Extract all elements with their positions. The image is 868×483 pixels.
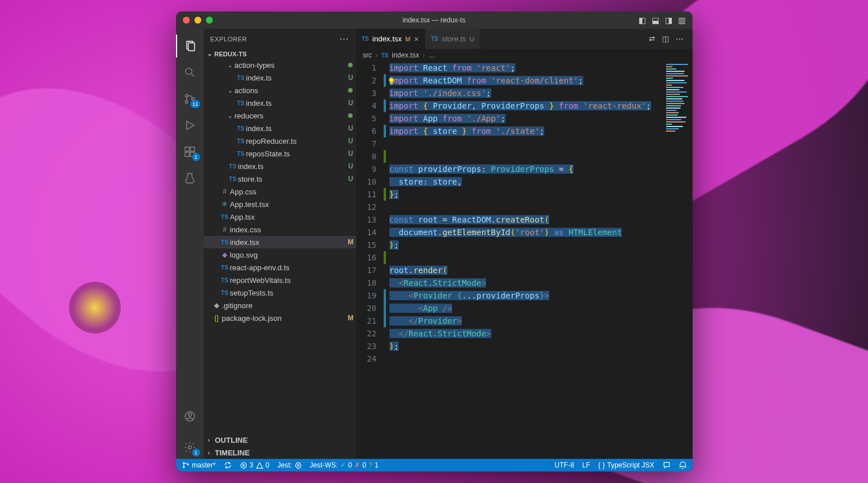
- window-title: index.tsx — redux-ts: [403, 16, 465, 24]
- code-line[interactable]: };: [389, 188, 693, 201]
- file-tree-item[interactable]: ⚛App.test.tsx: [204, 198, 356, 210]
- code-line[interactable]: import App from './App';: [389, 112, 693, 125]
- code-line[interactable]: );: [389, 239, 693, 251]
- notifications-icon[interactable]: [679, 461, 687, 469]
- layout-icon[interactable]: ▥: [678, 16, 686, 25]
- file-tree-item[interactable]: #index.css: [204, 223, 356, 236]
- more-icon[interactable]: ⋯: [676, 34, 683, 43]
- git-status-badge: U: [346, 162, 356, 170]
- file-tree-item[interactable]: TSrepoReducer.tsU: [204, 135, 356, 147]
- file-tree-item[interactable]: ⌄action-types: [204, 59, 356, 71]
- ts-file-icon: TS: [236, 151, 246, 157]
- file-tree-item[interactable]: #App.css: [204, 185, 356, 198]
- file-tree[interactable]: ⌄action-typesTSindex.tsU⌄actionsTSindex.…: [204, 59, 356, 324]
- file-tree-item[interactable]: TSreportWebVitals.ts: [204, 274, 356, 286]
- svg-rect-1: [188, 43, 194, 51]
- compare-icon[interactable]: ⇄: [649, 34, 655, 43]
- folder-header[interactable]: ⌄ REDUX-TS: [204, 49, 356, 59]
- sync-status[interactable]: [224, 461, 232, 469]
- panel-left-icon[interactable]: ◧: [638, 16, 646, 25]
- tab-label: index.tsx: [372, 34, 402, 43]
- code-line[interactable]: [389, 201, 693, 213]
- eol-status[interactable]: LF: [582, 461, 590, 469]
- ts-file-icon: TS: [220, 239, 230, 246]
- search-activity[interactable]: [176, 61, 204, 84]
- file-tree-item[interactable]: TSsetupTests.ts: [204, 286, 356, 299]
- code-content[interactable]: 💡 import React from 'react';import React…: [386, 62, 693, 459]
- code-line[interactable]: <App />: [389, 302, 693, 315]
- git-branch-status[interactable]: master*: [182, 461, 216, 469]
- editor-tab[interactable]: TSstore.tsU: [425, 29, 480, 49]
- close-tab-icon[interactable]: ×: [414, 34, 419, 44]
- file-tree-item[interactable]: TSApp.tsx: [204, 210, 356, 223]
- code-line[interactable]: [389, 251, 693, 264]
- svg-marker-7: [186, 121, 194, 130]
- file-tree-item[interactable]: TSindex.tsU: [204, 160, 356, 172]
- breadcrumbs[interactable]: src › TS index.tsx › …: [356, 49, 693, 62]
- explorer-activity[interactable]: [176, 34, 204, 57]
- source-control-activity[interactable]: 11: [176, 87, 204, 110]
- file-tree-item[interactable]: TSindex.tsU: [204, 97, 356, 109]
- breadcrumb-item[interactable]: …: [429, 51, 435, 59]
- code-line[interactable]: </Provider>: [389, 315, 693, 327]
- problems-status[interactable]: 3 0: [240, 461, 269, 469]
- outline-section[interactable]: › OUTLINE: [204, 434, 356, 446]
- ext-badge: 1: [192, 153, 200, 161]
- file-name: store.ts: [238, 175, 346, 183]
- code-line[interactable]: root.render(: [389, 264, 693, 277]
- close-window-button[interactable]: [183, 17, 190, 24]
- file-tree-item[interactable]: TSindex.tsxM: [204, 236, 356, 248]
- extensions-activity[interactable]: 1: [176, 140, 204, 163]
- settings-activity[interactable]: 1: [176, 436, 204, 459]
- breadcrumb-item[interactable]: index.tsx: [392, 51, 419, 59]
- split-editor-icon[interactable]: ◫: [662, 34, 669, 43]
- code-line[interactable]: import { store } from './state';: [389, 125, 693, 137]
- code-line[interactable]: [389, 137, 693, 150]
- code-line[interactable]: <React.StrictMode>: [389, 277, 693, 289]
- code-line[interactable]: import './index.css';: [389, 87, 693, 99]
- breadcrumb-item[interactable]: src: [363, 51, 372, 59]
- code-line[interactable]: [389, 150, 693, 163]
- run-debug-activity[interactable]: [176, 114, 204, 137]
- file-tree-item[interactable]: TSreact-app-env.d.ts: [204, 261, 356, 274]
- code-line[interactable]: </React.StrictMode>: [389, 327, 693, 340]
- code-line[interactable]: import { Provider, ProviderProps } from …: [389, 99, 693, 112]
- editor-tab[interactable]: TSindex.tsxM×: [356, 29, 425, 49]
- feedback-icon[interactable]: [663, 461, 671, 469]
- language-status[interactable]: { }TypeScript JSX: [598, 461, 654, 469]
- minimap[interactable]: [664, 62, 693, 459]
- lightbulb-icon[interactable]: 💡: [387, 75, 396, 88]
- code-line[interactable]: <Provider {...providerProps}>: [389, 289, 693, 302]
- code-line[interactable]: import React from 'react';: [389, 62, 693, 74]
- code-line[interactable]: document.getElementById('root') as HTMLE…: [389, 226, 693, 239]
- code-line[interactable]: const providerProps: ProviderProps = {: [389, 163, 693, 175]
- file-tree-item[interactable]: TSstore.tsU: [204, 172, 356, 185]
- testing-activity[interactable]: [176, 167, 204, 190]
- encoding-status[interactable]: UTF-8: [555, 461, 574, 469]
- json-file-icon: {}: [212, 314, 222, 322]
- zoom-window-button[interactable]: [206, 17, 213, 24]
- code-line[interactable]: [389, 352, 693, 365]
- panel-bottom-icon[interactable]: ⬓: [652, 16, 659, 25]
- code-editor[interactable]: 123456789101112131415161718192021222324 …: [356, 62, 693, 459]
- code-line[interactable]: import ReactDOM from 'react-dom/client';: [389, 74, 693, 87]
- jest-status[interactable]: Jest:: [277, 461, 301, 469]
- code-line[interactable]: store: store,: [389, 175, 693, 188]
- file-tree-item[interactable]: ⌄actions: [204, 84, 356, 97]
- minimize-window-button[interactable]: [194, 17, 201, 24]
- code-line[interactable]: );: [389, 340, 693, 352]
- file-tree-item[interactable]: {}package-lock.jsonM: [204, 312, 356, 324]
- file-name: index.ts: [238, 162, 346, 171]
- file-tree-item[interactable]: TSindex.tsU: [204, 122, 356, 135]
- accounts-activity[interactable]: [176, 405, 204, 428]
- file-tree-item[interactable]: ◆logo.svg: [204, 248, 356, 261]
- file-tree-item[interactable]: TSreposState.tsU: [204, 147, 356, 160]
- panel-right-icon[interactable]: ◨: [665, 16, 672, 25]
- file-tree-item[interactable]: ⌄reducers: [204, 109, 356, 122]
- file-tree-item[interactable]: TSindex.tsU: [204, 71, 356, 84]
- file-tree-item[interactable]: ◆.gitignore: [204, 299, 356, 312]
- code-line[interactable]: const root = ReactDOM.createRoot(: [389, 213, 693, 226]
- jest-ws-status[interactable]: Jest-WS: ✓0 ✗0 ?1: [310, 461, 378, 469]
- timeline-section[interactable]: › TIMELINE: [204, 446, 356, 459]
- explorer-more-icon[interactable]: ⋯: [339, 33, 349, 44]
